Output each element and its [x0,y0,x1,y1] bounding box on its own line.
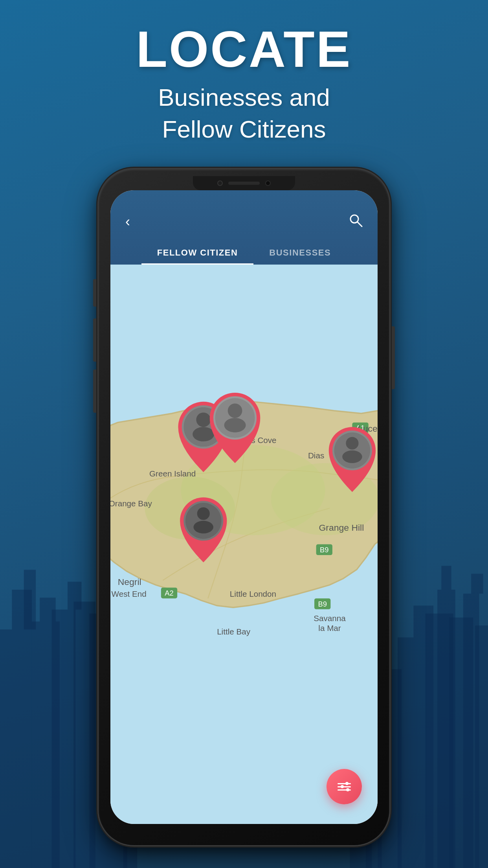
phone-device: ‹ FELLOW CITIZEN BUSINESSES [99,169,389,845]
headline-sub: Businesses and Fellow Citizens [31,82,457,145]
filter-fab-button[interactable] [327,769,362,804]
volume-down-button[interactable] [93,370,96,413]
phone-outer-shell: ‹ FELLOW CITIZEN BUSINESSES [99,169,389,845]
svg-text:B9: B9 [320,546,328,554]
svg-point-76 [346,437,358,449]
svg-rect-5 [52,609,76,868]
svg-rect-14 [441,566,451,590]
earpiece-speaker [228,182,260,185]
tab-businesses[interactable]: BUSINESSES [253,241,347,265]
volume-mute-button[interactable] [93,279,96,307]
headline-section: LOCATE Businesses and Fellow Citizens [0,24,488,145]
svg-point-77 [342,451,362,463]
svg-text:Dias: Dias [308,451,324,460]
svg-text:la Mar: la Mar [318,623,341,633]
svg-rect-3 [32,622,60,868]
svg-rect-0 [0,629,32,868]
svg-text:Savanna: Savanna [314,614,346,623]
svg-text:Negril: Negril [118,577,141,587]
svg-rect-2 [24,570,36,629]
svg-point-81 [193,521,213,533]
app-tabs: FELLOW CITIZEN BUSINESSES [122,241,366,265]
svg-rect-6 [68,581,81,609]
svg-rect-10 [398,637,433,868]
svg-rect-1 [12,590,32,629]
svg-text:Orange Bay: Orange Bay [110,499,152,508]
svg-rect-16 [463,594,479,868]
app-screen: ‹ FELLOW CITIZEN BUSINESSES [110,190,378,824]
svg-rect-11 [413,605,433,637]
back-button[interactable]: ‹ [122,210,133,233]
app-header-top: ‹ [122,210,366,241]
svg-text:B9: B9 [318,600,327,608]
svg-rect-18 [475,625,488,868]
svg-point-80 [197,507,210,520]
svg-rect-13 [437,590,455,868]
map-area: B9 A1 A1 A1 B9 B8 A2 [110,265,378,824]
svg-point-73 [224,418,246,432]
svg-rect-7 [73,601,95,868]
svg-text:Grange Hill: Grange Hill [319,522,364,533]
tab-fellow-citizen[interactable]: FELLOW CITIZEN [141,241,254,265]
svg-rect-15 [449,617,473,868]
svg-point-67 [196,412,211,427]
app-header: ‹ FELLOW CITIZEN BUSINESSES [110,190,378,265]
svg-point-72 [228,403,242,418]
headline-sub-line1: Businesses and [158,84,330,111]
phone-screen: ‹ FELLOW CITIZEN BUSINESSES [110,190,378,824]
svg-point-68 [193,427,214,441]
svg-text:Green Island: Green Island [149,469,196,478]
svg-text:Little London: Little London [230,589,276,598]
svg-rect-17 [471,574,483,594]
svg-text:A2: A2 [165,589,173,597]
search-button[interactable] [345,210,366,234]
volume-up-button[interactable] [93,318,96,362]
front-camera [265,180,271,186]
power-button[interactable] [392,326,395,389]
phone-notch [193,176,295,190]
svg-text:Little Bay: Little Bay [217,627,251,636]
svg-line-25 [358,222,362,226]
svg-rect-12 [426,613,453,868]
headline-locate: LOCATE [31,24,457,75]
svg-rect-4 [40,598,55,622]
filter-icon [338,783,351,791]
front-sensor [217,180,223,186]
headline-sub-line2: Fellow Citizens [162,116,326,143]
svg-text:West End: West End [112,589,147,598]
